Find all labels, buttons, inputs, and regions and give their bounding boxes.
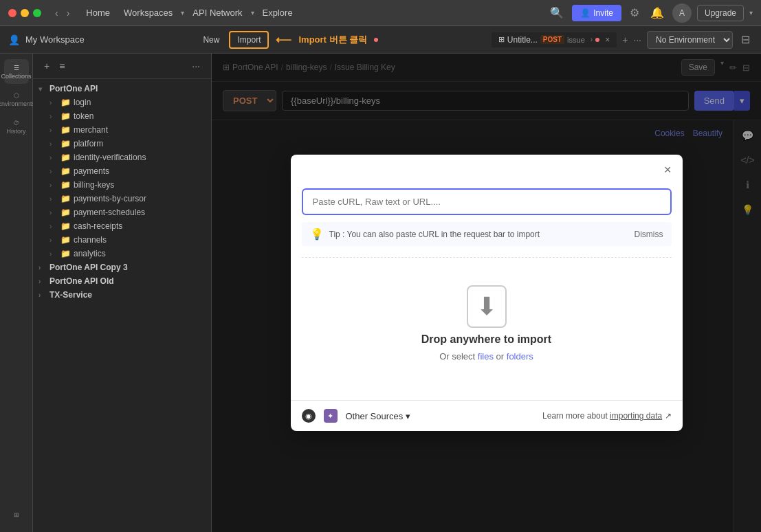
- modal-overlay[interactable]: × 💡 Tip : You can also paste cURL in the…: [212, 54, 761, 532]
- other-sources-label: Other Sources: [346, 411, 404, 421]
- folder-icon: 📁: [60, 235, 71, 245]
- nav-home[interactable]: Home: [80, 5, 115, 21]
- folders-link[interactable]: folders: [507, 351, 533, 362]
- chevron-right-icon: ›: [49, 181, 58, 189]
- tree-group-tx-service[interactable]: › TX-Service: [33, 288, 211, 302]
- tree-item-billing-keys[interactable]: › 📁 billing-keys: [44, 178, 211, 192]
- tree-item-payments-by-cursor[interactable]: › 📁 payments-by-cursor: [44, 192, 211, 206]
- close-light[interactable]: [8, 9, 16, 17]
- import-input[interactable]: [302, 188, 672, 215]
- tab-close-button[interactable]: ×: [605, 35, 610, 45]
- sort-button[interactable]: ≡: [56, 59, 67, 73]
- folder-icon: 📁: [60, 249, 71, 258]
- chevron-right-icon: ›: [49, 99, 58, 107]
- sidebar: + ≡ ··· ▾ PortOne API › 📁 login › 📁 to: [33, 54, 212, 532]
- drop-area[interactable]: ⬇ Drop anywhere to import Or select file…: [302, 257, 672, 389]
- people-icon: 👤: [580, 8, 591, 18]
- layout-button[interactable]: ⊟: [738, 30, 753, 49]
- avatar[interactable]: A: [672, 3, 692, 23]
- chevron-right-icon: ›: [49, 113, 58, 120]
- sidebar-item-explore[interactable]: ⊞: [4, 502, 29, 527]
- tree-item-payment-schedules[interactable]: › 📁 payment-schedules: [44, 206, 211, 219]
- nav-workspaces[interactable]: Workspaces: [118, 5, 178, 21]
- add-tab-button[interactable]: +: [622, 34, 628, 45]
- import-button[interactable]: Import: [229, 31, 269, 49]
- plugin-icon[interactable]: ✦: [324, 409, 338, 423]
- content-area: ⊞ PortOne API / billing-keys / Issue Bil…: [212, 54, 761, 532]
- nav-explore[interactable]: Explore: [257, 5, 298, 21]
- chevron-right-icon: ›: [49, 236, 58, 244]
- importing-data-link[interactable]: importing data: [610, 411, 662, 421]
- tree-item-platform[interactable]: › 📁 platform: [44, 137, 211, 151]
- chevron-right-icon: ›: [49, 168, 58, 175]
- chevron-right-icon: ›: [49, 140, 58, 148]
- icon-bar: ☰ Collections ⬡ Environments ⏱ History ⊞: [0, 54, 33, 532]
- add-collection-button[interactable]: +: [41, 59, 52, 73]
- modal-body: 💡 Tip : You can also paste cURL in the r…: [291, 177, 683, 400]
- tree-item-identity-verifications[interactable]: › 📁 identity-verifications: [44, 151, 211, 164]
- invite-button[interactable]: 👤 Invite: [572, 5, 621, 21]
- sidebar-item-collections[interactable]: ☰ Collections: [4, 59, 29, 84]
- titlebar: ‹ › Home Workspaces ▾ API Network ▾ Expl…: [0, 0, 761, 26]
- active-tab[interactable]: ⊞ Untitle... POST issue › ×: [492, 32, 617, 47]
- github-icon[interactable]: ◉: [302, 409, 316, 423]
- tree-item-analytics[interactable]: › 📁 analytics: [44, 247, 211, 261]
- back-button[interactable]: ‹: [52, 6, 61, 20]
- tree-item-login[interactable]: › 📁 login: [44, 96, 211, 109]
- tip-text: Tip : You can also paste cURL in the req…: [329, 230, 540, 239]
- modal-footer: ◉ ✦ Other Sources ▾ Learn more about imp…: [291, 400, 683, 431]
- tree-item-cash-receipts[interactable]: › 📁 cash-receipts: [44, 219, 211, 233]
- modal-close-button[interactable]: ×: [664, 163, 672, 177]
- nav-api-network[interactable]: API Network: [187, 5, 247, 21]
- recording-dot: [374, 38, 378, 42]
- notifications-button[interactable]: 🔔: [648, 3, 667, 22]
- chevron-right-icon: ›: [49, 209, 58, 217]
- chevron-right-icon: ›: [49, 250, 58, 258]
- tree-item-token[interactable]: › 📁 token: [44, 109, 211, 123]
- upgrade-button[interactable]: Upgrade: [697, 5, 744, 21]
- folder-icon: 📁: [60, 194, 71, 203]
- download-icon: ⬇: [467, 285, 507, 328]
- chevron-right-icon: ›: [49, 195, 58, 203]
- tree-item-merchant[interactable]: › 📁 merchant: [44, 123, 211, 137]
- dismiss-button[interactable]: Dismiss: [635, 230, 663, 239]
- grid-icon: ⊞: [498, 35, 505, 44]
- collections-tree: ▾ PortOne API › 📁 login › 📁 token › 📁 me: [33, 79, 211, 532]
- tab-label: Untitle...: [507, 35, 538, 45]
- tab-dot: [595, 38, 599, 42]
- more-tabs-button[interactable]: ···: [633, 34, 641, 45]
- maximize-light[interactable]: [33, 9, 41, 17]
- traffic-lights: [8, 9, 41, 17]
- tab-issue-label: issue: [567, 36, 585, 44]
- folder-icon: 📁: [60, 111, 71, 121]
- workspace-icon: 👤: [8, 34, 20, 45]
- main-layout: ☰ Collections ⬡ Environments ⏱ History ⊞…: [0, 54, 761, 532]
- folder-icon: 📁: [60, 166, 71, 176]
- sidebar-item-environments[interactable]: ⬡ Environments: [4, 87, 29, 111]
- titlebar-nav: Home Workspaces ▾ API Network ▾ Explore: [80, 5, 298, 21]
- files-link[interactable]: files: [478, 351, 494, 362]
- tree-item-channels[interactable]: › 📁 channels: [44, 233, 211, 247]
- forward-button[interactable]: ›: [64, 6, 73, 20]
- external-link-icon: ↗: [665, 411, 672, 421]
- new-button[interactable]: New: [197, 32, 225, 47]
- tree-group-portone-old[interactable]: › PortOne API Old: [33, 274, 211, 288]
- chevron-right-icon: ›: [49, 223, 58, 230]
- chevron-right-icon: ›: [591, 36, 593, 43]
- more-options-button[interactable]: ···: [189, 59, 203, 73]
- chevron-down-icon: ▾: [38, 85, 47, 93]
- chevron-down-icon: ▾: [406, 411, 410, 421]
- tree-item-payments[interactable]: › 📁 payments: [44, 164, 211, 178]
- portone-api-children: › 📁 login › 📁 token › 📁 merchant › 📁: [33, 96, 211, 261]
- sidebar-item-history[interactable]: ⏱ History: [4, 114, 29, 139]
- settings-button[interactable]: ⚙: [627, 3, 642, 22]
- tip-icon: 💡: [310, 228, 324, 241]
- search-button[interactable]: 🔍: [547, 3, 566, 22]
- ws-actions: New Import ⟵ Import 버튼 클릭: [197, 31, 378, 49]
- environment-select[interactable]: No Environment: [647, 31, 733, 49]
- collections-icon: ☰: [14, 65, 19, 71]
- tree-group-portone-copy3[interactable]: › PortOne API Copy 3: [33, 261, 211, 274]
- other-sources-button[interactable]: Other Sources ▾: [346, 411, 411, 421]
- tree-group-portone-api[interactable]: ▾ PortOne API: [33, 82, 211, 96]
- minimize-light[interactable]: [21, 9, 29, 17]
